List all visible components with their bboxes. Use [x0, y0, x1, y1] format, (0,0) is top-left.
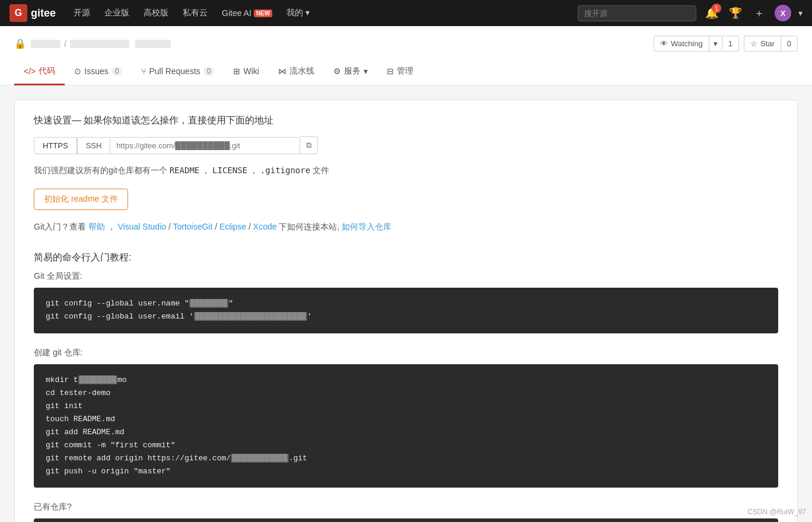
tab-pipeline[interactable]: ⋈ 流水线 — [269, 59, 324, 85]
logo-icon: G — [9, 4, 27, 22]
lock-icon: 🔒 — [14, 38, 26, 49]
tab-services[interactable]: ⚙ 服务 ▾ — [324, 59, 377, 85]
breadcrumb: / — [31, 39, 171, 49]
eclipse-link[interactable]: Eclipse — [219, 222, 246, 231]
star-action: ☆ Star 0 — [744, 36, 798, 52]
global-setup-code: git config --global user.name "████████"… — [34, 288, 778, 333]
watch-button[interactable]: 👁 Watching — [654, 36, 709, 52]
nav-private-cloud[interactable]: 私有云 — [177, 4, 214, 22]
nav-open-source[interactable]: 开源 — [68, 4, 96, 22]
logo[interactable]: G gitee — [9, 4, 56, 22]
breadcrumb-extra — [135, 40, 171, 48]
xcode-link[interactable]: Xcode — [253, 222, 277, 231]
manage-icon: ⊟ — [387, 66, 394, 76]
create-repo-code: mkdir t████████mo cd tester-demo git ini… — [34, 364, 778, 488]
repo-actions: 👁 Watching ▾ 1 ☆ Star 0 — [654, 36, 798, 52]
blurred-username: ████████ — [189, 299, 228, 308]
repo-title-row: 🔒 / 👁 Watching ▾ 1 ☆ Star — [14, 26, 798, 59]
user-avatar[interactable]: X — [775, 5, 791, 21]
copy-icon: ⧉ — [306, 141, 311, 149]
git-help-row: Git入门？查看 帮助 ， Visual Studio / TortoiseGi… — [34, 222, 778, 233]
code-icon: </> — [24, 66, 36, 76]
quick-setup-box: 快速设置— 如果你知道该怎么操作，直接使用下面的地址 HTTPS SSH ⧉ 我… — [14, 100, 798, 522]
tab-issues[interactable]: ⊙ Issues 0 — [65, 59, 132, 85]
star-count: 0 — [781, 36, 798, 52]
import-repo-link[interactable]: 如何导入仓库 — [342, 222, 391, 231]
copy-url-button[interactable]: ⧉ — [300, 136, 318, 154]
notification-bell[interactable]: 🔔 1 — [703, 5, 720, 21]
tab-wiki[interactable]: ⊞ Wiki — [224, 59, 268, 85]
nav-gitee-ai[interactable]: Gitee AI NEW — [216, 5, 278, 21]
trophy-icon[interactable]: 🏆 — [727, 5, 744, 21]
blurred-email: ████████████████████████ — [194, 312, 307, 321]
nav-items: 开源 企业版 高校版 私有云 Gitee AI NEW 我的 ▾ — [68, 4, 578, 22]
pr-count: 0 — [203, 66, 215, 76]
nav-mine[interactable]: 我的 ▾ — [281, 4, 316, 22]
watch-action: 👁 Watching ▾ 1 — [654, 36, 739, 52]
nav-university[interactable]: 高校版 — [138, 4, 174, 22]
visual-studio-link[interactable]: Visual Studio — [118, 222, 166, 231]
existing-repo-label: 已有仓库? — [34, 502, 778, 513]
pipeline-icon: ⋈ — [278, 66, 286, 76]
blurred-dirname: ████████ — [78, 375, 117, 384]
tab-manage[interactable]: ⊟ 管理 — [377, 59, 423, 85]
init-readme-button[interactable]: 初始化 readme 文件 — [34, 189, 128, 210]
search-input[interactable] — [578, 5, 696, 21]
eye-icon: 👁 — [660, 39, 668, 48]
quick-setup-title: 快速设置— 如果你知道该怎么操作，直接使用下面的地址 — [34, 114, 778, 127]
star-icon: ☆ — [750, 39, 757, 48]
new-badge: NEW — [254, 9, 272, 17]
cli-tutorial-title: 简易的命令行入门教程: — [34, 252, 778, 264]
logo-text: gitee — [31, 7, 56, 20]
create-repo-label: 创建 git 仓库: — [34, 348, 778, 358]
protocol-row: HTTPS SSH ⧉ — [34, 136, 778, 154]
tab-code[interactable]: </> 代码 — [14, 59, 65, 85]
global-setup-label: Git 全局设置: — [34, 271, 778, 282]
services-icon: ⚙ — [333, 66, 341, 76]
ssh-button[interactable]: SSH — [77, 137, 111, 154]
watch-count: 1 — [722, 36, 739, 52]
issues-count: 0 — [112, 66, 123, 76]
tab-pull-requests[interactable]: ⑂ Pull Requests 0 — [132, 59, 224, 85]
user-dropdown-arrow[interactable]: ▾ — [798, 8, 803, 18]
existing-repo-code: cd existing_git_repo git remote add orig… — [34, 518, 778, 522]
tortoisegit-link[interactable]: TortoiseGit — [173, 222, 212, 231]
nav-enterprise[interactable]: 企业版 — [98, 4, 135, 22]
pr-icon: ⑂ — [141, 66, 146, 76]
recommend-text: 我们强烈建议所有的git仓库都有一个 README ， LICENSE ， .g… — [34, 164, 778, 177]
nav-right: 🔔 1 🏆 ＋ X ▾ — [578, 5, 803, 21]
top-navigation: G gitee 开源 企业版 高校版 私有云 Gitee AI NEW 我的 ▾… — [0, 0, 812, 26]
wiki-icon: ⊞ — [233, 66, 240, 76]
blurred-remote-url: ████████████ — [231, 454, 289, 463]
help-link[interactable]: 帮助 — [88, 222, 105, 231]
repo-tabs: </> 代码 ⊙ Issues 0 ⑂ Pull Requests 0 ⊞ Wi… — [14, 59, 798, 85]
watermark: CSDN @RuiW_97 — [747, 508, 806, 516]
notification-count: 1 — [712, 4, 721, 13]
add-button[interactable]: ＋ — [751, 5, 768, 21]
breadcrumb-user[interactable] — [31, 40, 60, 48]
issues-icon: ⊙ — [74, 66, 81, 76]
repo-title-left: 🔒 / — [14, 38, 171, 49]
repo-url-input[interactable] — [110, 137, 300, 154]
star-button[interactable]: ☆ Star — [744, 36, 781, 52]
main-content: 快速设置— 如果你知道该怎么操作，直接使用下面的地址 HTTPS SSH ⧉ 我… — [0, 85, 812, 522]
https-button[interactable]: HTTPS — [34, 137, 77, 154]
watch-dropdown-button[interactable]: ▾ — [709, 36, 722, 52]
breadcrumb-repo[interactable] — [70, 40, 129, 48]
repo-header: 🔒 / 👁 Watching ▾ 1 ☆ Star — [0, 26, 812, 85]
